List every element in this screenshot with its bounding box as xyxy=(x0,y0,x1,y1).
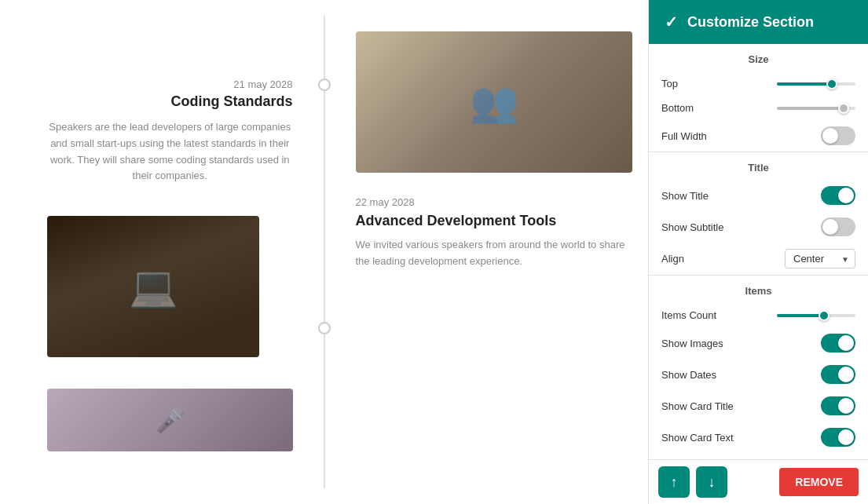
move-up-button[interactable]: ↑ xyxy=(658,466,690,498)
bottom-label: Bottom xyxy=(661,102,694,114)
top-slider-thumb xyxy=(826,79,837,89)
show-images-label: Show Images xyxy=(661,338,723,349)
show-dates-toggle[interactable] xyxy=(821,365,855,384)
top-label: Top xyxy=(661,78,678,89)
sidebar-header: ✓ Customize Section xyxy=(649,0,868,44)
control-align: Align Center Left Right xyxy=(649,243,868,275)
show-title-toggle-knob xyxy=(838,188,854,203)
show-title-label: Show Title xyxy=(661,190,709,202)
section-items: Items xyxy=(649,275,868,303)
items-slider-thumb xyxy=(819,310,830,321)
card-title-1: Coding Standards xyxy=(47,93,293,110)
control-bottom: Bottom xyxy=(649,96,868,120)
bottom-slider-track[interactable] xyxy=(777,107,855,110)
control-show-dates: Show Dates xyxy=(649,359,868,390)
laptop-image xyxy=(47,216,259,357)
full-width-toggle-knob xyxy=(822,128,838,144)
items-count-label: Items Count xyxy=(661,309,716,321)
control-top: Top xyxy=(649,71,868,96)
show-card-title-toggle[interactable] xyxy=(821,396,855,415)
down-arrow-icon: ↓ xyxy=(709,474,716,491)
control-show-card-text: Show Card Text xyxy=(649,422,868,453)
card-title-2: Advanced Development Tools xyxy=(356,213,633,229)
right-column: 22 may 2028 Advanced Development Tools W… xyxy=(324,16,649,488)
items-slider-fill xyxy=(777,314,824,317)
control-show-card-title: Show Card Title xyxy=(649,390,868,422)
main-content: 21 may 2028 Coding Standards Speakers ar… xyxy=(0,0,648,504)
show-card-title-toggle-knob xyxy=(838,398,854,414)
full-width-label: Full Width xyxy=(661,130,707,142)
card-advanced: 22 may 2028 Advanced Development Tools W… xyxy=(356,196,633,270)
move-down-button[interactable]: ↓ xyxy=(696,466,727,498)
control-show-images: Show Images xyxy=(649,327,868,359)
section-title: Title xyxy=(649,152,868,180)
card-text-1: Speakers are the lead developers of larg… xyxy=(47,119,293,184)
show-subtitle-toggle[interactable] xyxy=(821,217,855,236)
top-slider-track[interactable] xyxy=(777,82,855,86)
align-dropdown-wrapper: Center Left Right xyxy=(785,249,855,268)
show-card-text-toggle-knob xyxy=(838,429,854,445)
show-subtitle-toggle-knob xyxy=(822,219,838,235)
timeline-container: 21 may 2028 Coding Standards Speakers ar… xyxy=(0,16,648,488)
full-width-toggle[interactable] xyxy=(821,126,855,145)
control-full-width: Full Width xyxy=(649,120,868,152)
card-date-2: 22 may 2028 xyxy=(356,196,633,208)
card-laptop-image xyxy=(47,216,293,357)
timeline-dot-top xyxy=(318,79,331,91)
top-slider-fill xyxy=(777,82,832,86)
show-card-text-label: Show Card Text xyxy=(661,432,734,444)
show-title-toggle[interactable] xyxy=(821,186,855,205)
show-dates-toggle-knob xyxy=(838,367,854,382)
left-column: 21 may 2028 Coding Standards Speakers ar… xyxy=(0,16,324,488)
people-image xyxy=(356,31,633,173)
show-card-text-toggle[interactable] xyxy=(821,428,855,447)
align-dropdown[interactable]: Center Left Right xyxy=(785,249,855,268)
card-date-1: 21 may 2028 xyxy=(47,79,293,90)
control-show-title: Show Title xyxy=(649,180,868,211)
show-images-toggle-knob xyxy=(838,335,854,351)
sidebar-footer: ↑ ↓ REMOVE xyxy=(649,459,868,504)
control-show-subtitle: Show Subtitle xyxy=(649,211,868,243)
sidebar-body: Size Top Bottom Full Width Title xyxy=(649,44,868,459)
up-arrow-icon: ↑ xyxy=(671,474,678,491)
remove-button[interactable]: REMOVE xyxy=(779,468,859,496)
timeline-dot-middle xyxy=(318,322,331,334)
control-items-count: Items Count xyxy=(649,303,868,327)
show-dates-label: Show Dates xyxy=(661,369,716,381)
bottom-slider-fill xyxy=(777,107,844,110)
card-text-2: We invited various speakers from around … xyxy=(356,237,633,270)
section-size: Size xyxy=(649,44,868,71)
bottom-slider-thumb xyxy=(838,103,849,114)
show-card-title-label: Show Card Title xyxy=(661,400,734,412)
card-coding: 21 may 2028 Coding Standards Speakers ar… xyxy=(47,79,293,184)
check-icon: ✓ xyxy=(665,13,678,31)
show-subtitle-label: Show Subtitle xyxy=(661,221,724,233)
sidebar-title: Customize Section xyxy=(687,14,814,31)
bottom-image-strip xyxy=(47,389,293,451)
align-label: Align xyxy=(661,253,684,265)
items-slider-track[interactable] xyxy=(777,314,855,317)
sidebar-panel: ✓ Customize Section Size Top Bottom Full… xyxy=(648,0,868,504)
show-images-toggle[interactable] xyxy=(821,334,855,352)
